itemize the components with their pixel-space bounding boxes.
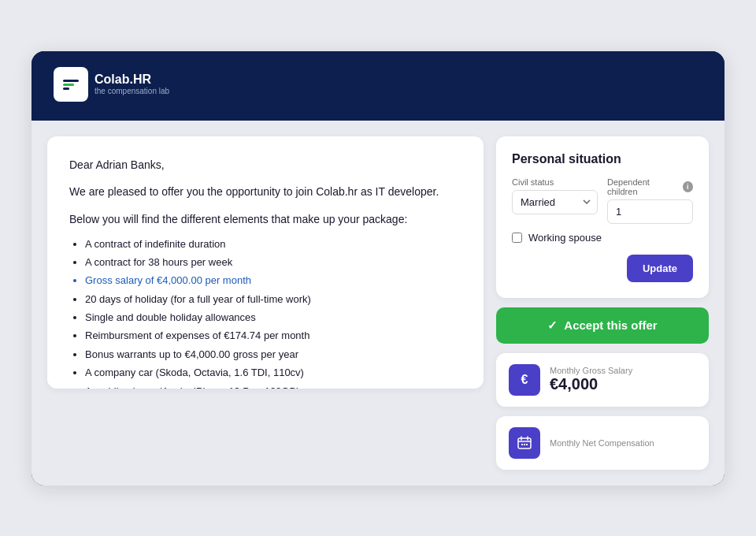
svg-rect-7 <box>521 444 523 445</box>
main-card: Colab.HR the compensation lab Dear Adria… <box>32 51 724 486</box>
working-spouse-label[interactable]: Working spouse <box>528 232 602 244</box>
monthly-net-label: Monthly Net Compensation <box>550 438 654 448</box>
logo-sub-text: the compensation lab <box>94 87 169 95</box>
svg-rect-9 <box>526 444 528 445</box>
monthly-net-card: Monthly Net Compensation <box>496 416 709 470</box>
list-item: Single and double holiday allowances <box>85 308 461 326</box>
info-icon: i <box>683 181 693 192</box>
header: Colab.HR the compensation lab <box>32 51 724 121</box>
checkmark-icon: ✓ <box>547 318 558 333</box>
dependent-children-group: Dependent children i <box>607 177 693 224</box>
button-row: Update <box>512 255 693 282</box>
list-item: Reimbursment of expenses of €174.74 per … <box>85 326 461 344</box>
personal-situation-title: Personal situation <box>512 152 693 166</box>
accept-offer-label: Accept this offer <box>564 318 657 332</box>
logo-text-group: Colab.HR the compensation lab <box>94 73 169 95</box>
working-spouse-row: Working spouse <box>512 232 693 244</box>
letter-list: A contract of indefinite duration A cont… <box>69 235 461 389</box>
svg-rect-8 <box>524 444 525 445</box>
svg-rect-2 <box>63 87 69 90</box>
svg-rect-3 <box>518 438 531 449</box>
svg-rect-1 <box>63 84 74 86</box>
civil-status-select[interactable]: Married Single Cohabitating Divorced Wid… <box>512 190 598 214</box>
euro-icon: € <box>509 364 540 396</box>
salary-info: Monthly Gross Salary €4,000 <box>550 366 632 393</box>
update-button[interactable]: Update <box>627 255 693 282</box>
list-item: Bonus warrants up to €4,000.00 gross per… <box>85 345 461 363</box>
list-item: A contract of indefinite duration <box>85 235 461 253</box>
left-panel: Dear Adrian Banks, We are pleased to off… <box>47 136 484 389</box>
logo-icon <box>54 67 88 102</box>
letter-intro: We are pleased to offer you the opportun… <box>69 184 461 200</box>
letter-below: Below you will find the different elemen… <box>69 213 461 225</box>
list-item: 20 days of holiday (for a full year of f… <box>85 290 461 308</box>
net-info: Monthly Net Compensation <box>550 438 654 448</box>
logo-main-text: Colab.HR <box>94 73 169 87</box>
list-item: A contract for 38 hours per week <box>85 253 461 271</box>
monthly-gross-value: €4,000 <box>550 375 632 393</box>
form-row: Civil status Married Single Cohabitating… <box>512 177 693 224</box>
monthly-gross-label: Monthly Gross Salary <box>550 366 632 375</box>
letter-greeting: Dear Adrian Banks, <box>69 158 461 171</box>
working-spouse-checkbox[interactable] <box>512 233 522 243</box>
list-item: A company car (Skoda, Octavia, 1.6 TDI, … <box>85 363 461 382</box>
monthly-gross-card: € Monthly Gross Salary €4,000 <box>496 353 709 407</box>
list-item: A mobile phone (Apple, iPhone 12 Pro, 12… <box>85 382 461 389</box>
personal-situation-card: Personal situation Civil status Married … <box>496 136 709 298</box>
content-area: Dear Adrian Banks, We are pleased to off… <box>32 121 724 486</box>
civil-status-label: Civil status <box>512 177 598 187</box>
calendar-icon <box>509 427 540 459</box>
dependent-children-label: Dependent children i <box>607 177 693 196</box>
logo-container: Colab.HR the compensation lab <box>54 67 169 102</box>
accept-offer-button[interactable]: ✓ Accept this offer <box>496 307 709 344</box>
right-panel: Personal situation Civil status Married … <box>496 136 709 470</box>
list-item: Gross salary of €4,000.00 per month <box>85 271 461 289</box>
dependent-children-input[interactable] <box>607 199 693 224</box>
civil-status-group: Civil status Married Single Cohabitating… <box>512 177 598 224</box>
svg-rect-0 <box>63 80 79 82</box>
